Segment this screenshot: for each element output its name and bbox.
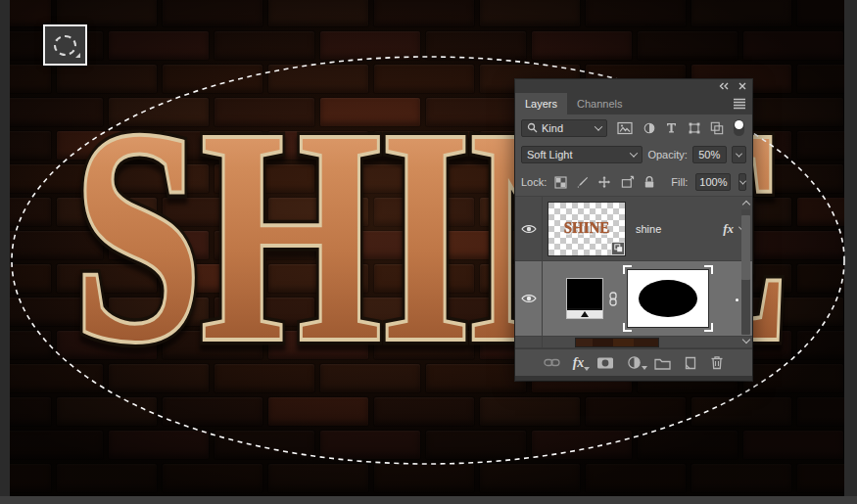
smart-object-badge [611,242,625,255]
visibility-eye-icon [521,223,537,235]
lock-position-icon[interactable] [597,175,611,189]
lock-all-icon[interactable] [643,175,655,189]
smart-object-filter-icon[interactable] [710,121,724,135]
close-icon[interactable] [738,82,746,90]
panel-tabs: Layers Channels [515,93,752,115]
opacity-label: Opacity: [647,149,687,160]
layer-filter-row: Kind [515,115,752,141]
layer-style-fx-label[interactable]: fx [723,221,734,237]
mask-selection-corner [704,323,713,332]
filter-kind-label: Kind [542,122,592,134]
layers-bottom-bar: fx [515,348,752,376]
visibility-toggle[interactable] [515,261,543,336]
gradient-midpoint-marker [581,311,589,317]
mask-link-icon[interactable] [608,292,618,306]
pixel-layer-filter-icon[interactable] [617,121,633,135]
layer-row-shine[interactable]: SHINE shine fx [515,197,752,261]
background-brick-thumbnail [575,338,659,347]
add-layer-mask-icon[interactable] [596,356,614,370]
shape-layer-filter-icon[interactable] [688,121,701,135]
adjustment-layer-filter-icon[interactable] [643,121,656,135]
lock-row: Lock: [515,168,752,196]
adjustment-layer-icon [627,355,642,370]
layer-name[interactable]: shine [636,223,723,235]
blend-mode-row: Soft Light Opacity: 50% [515,141,752,168]
mask-indicator-dot [736,298,738,301]
mask-selection-corner [623,323,632,332]
gradient-ramp [567,308,602,318]
layers-list: SHINE shine fx [515,196,752,348]
opacity-value: 50% [698,149,720,160]
mask-selection-corner [623,265,632,274]
layer-mask-thumbnail-selected[interactable] [623,265,713,332]
fx-icon: fx [573,355,585,371]
elliptical-marquee-tool-button[interactable] [43,24,87,66]
tab-layers[interactable]: Layers [515,93,567,115]
layer-style-fx-button[interactable]: fx [573,355,585,371]
panel-footer [515,376,752,381]
lock-artboard-icon[interactable] [620,175,635,189]
chevron-down-icon [736,150,742,157]
opacity-dropdown-button[interactable] [732,146,746,163]
new-group-icon[interactable] [654,356,671,370]
flyout-arrow-icon [584,367,590,371]
delete-layer-icon[interactable] [710,355,724,370]
ellipse-mask-thumbnail [628,270,708,327]
layer-row-gradient-adjustment[interactable] [515,261,752,337]
tab-channels[interactable]: Channels [567,93,632,115]
visibility-toggle[interactable] [515,197,543,260]
fill-label: Fill: [671,176,688,188]
toggle-knob [735,120,743,129]
scrollbar-track[interactable] [741,209,750,335]
mask-black-ellipse [639,280,697,317]
fill-dropdown-button[interactable] [738,173,746,191]
elliptical-marquee-icon [54,35,76,56]
lock-icons [554,175,655,189]
filter-kind-dropdown[interactable]: Kind [521,119,607,137]
photoshop-workspace: SHINE SHINE SHINE Layers Channels [0,0,857,504]
lock-image-icon[interactable] [576,176,589,189]
chevron-down-icon [595,122,602,130]
thumbnail-shine-text: SHINE [564,219,610,238]
scrollbar-thumb[interactable] [741,215,750,280]
layer-thumbnail-shine[interactable]: SHINE [548,202,626,256]
visibility-toggle[interactable] [515,337,543,347]
opacity-value-field[interactable]: 50% [692,146,727,163]
visibility-eye-icon [521,293,537,304]
panel-menu-icon[interactable] [733,98,746,110]
scroll-up-icon[interactable] [741,201,749,208]
layers-panel: Layers Channels Kind [515,79,752,381]
layer-row-background-partial[interactable] [515,337,752,348]
link-layers-icon[interactable] [544,356,560,369]
fill-value-field[interactable]: 100% [695,173,731,191]
gradient-preview [567,279,602,308]
gradient-map-thumbnail[interactable] [566,278,603,319]
layer-filtering-toggle[interactable] [734,119,744,136]
lock-label: Lock: [521,176,547,188]
mask-selection-corner [704,265,713,274]
type-layer-filter-icon[interactable] [665,121,678,134]
chevron-down-icon [630,149,638,157]
scroll-down-icon[interactable] [741,336,749,344]
chevron-down-icon [739,177,746,184]
filter-type-icons [615,119,746,136]
flyout-arrow-icon [642,366,647,370]
workspace-bottom-strip [0,496,857,504]
search-icon [527,122,538,133]
fill-value: 100% [699,176,727,188]
tool-flyout-corner [75,53,80,58]
layers-scrollbar[interactable] [740,199,751,346]
blend-mode-dropdown[interactable]: Soft Light [521,146,643,163]
collapse-panel-icon[interactable] [718,82,730,90]
new-adjustment-layer-button[interactable] [627,355,642,370]
panel-titlebar [515,79,752,93]
new-layer-icon[interactable] [684,356,697,370]
blend-mode-value: Soft Light [527,149,627,160]
lock-transparency-icon[interactable] [554,176,567,189]
